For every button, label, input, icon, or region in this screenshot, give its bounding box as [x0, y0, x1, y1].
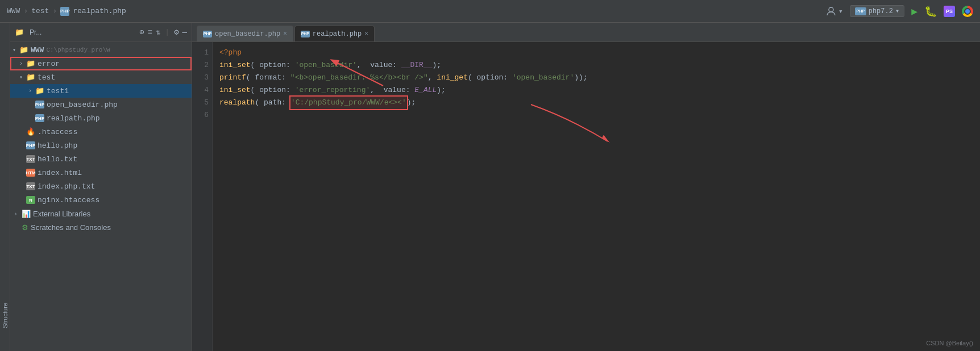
project-toolbar: 📁 Pr... ⊕ ≡ ⇅ | ⚙ — [10, 23, 192, 42]
tab-open-basedir[interactable]: PHP open_basedir.php ✕ [197, 26, 293, 41]
hello-php-label: hello.php [38, 141, 77, 150]
test-folder-icon: 📁 [26, 73, 35, 82]
tree-item-test[interactable]: ▾ 📁 test [10, 70, 192, 84]
sep2: › [52, 7, 57, 15]
index-html-icon: HTM [26, 169, 35, 177]
tree-item-test1[interactable]: › 📁 test1 [10, 84, 192, 98]
tree-item-hello-php[interactable]: PHP hello.php [10, 139, 192, 152]
code-line-5: realpath( path: 'C:/phpStudy_pro/WWW/e<>… [219, 97, 973, 109]
toolbar-sep: | [165, 28, 169, 36]
scratches-label: Scratches and Consoles [31, 223, 111, 232]
code-param-path: path: [264, 97, 290, 109]
tree-item-open-basedir[interactable]: PHP open_basedir.php [10, 98, 192, 111]
www-path: C:\phpstudy_pro\W [46, 47, 110, 53]
tree-item-index-php-txt[interactable]: TXT index.php.txt [10, 179, 192, 193]
breadcrumb-www[interactable]: WWW [7, 7, 20, 15]
tab-open-basedir-icon: PHP [203, 31, 212, 37]
equalizer-icon-btn[interactable]: ≡ [148, 28, 152, 37]
run-button[interactable]: ▶ [911, 5, 917, 18]
test1-chevron: › [28, 88, 35, 94]
code-line-3: printf( format: "<b>open_basedir: %s</b>… [219, 72, 973, 84]
code-str-format-text: open_basedir: %s [308, 72, 379, 84]
project-folder-icon: 📁 [15, 28, 24, 37]
line-num-4: 4 [192, 84, 209, 97]
structure-label[interactable]: Structure [2, 303, 9, 328]
code-param-option2: option: [477, 72, 512, 84]
hello-php-icon: PHP [26, 141, 35, 149]
editor-area: PHP open_basedir.php ✕ PHP realpath.php … [192, 23, 980, 351]
test-label: test [38, 73, 55, 82]
code-op-1: ( [251, 59, 260, 72]
php-file-icon-breadcrumb: PHP [60, 7, 69, 16]
tab-realpath-close[interactable]: ✕ [364, 31, 368, 37]
test-chevron: ▾ [19, 74, 26, 81]
code-str-format-tag2: </b><br /> [379, 72, 423, 84]
title-bar-right: ▾ PHP php7.2 ▾ ▶ 🐛 PS [826, 5, 973, 18]
error-chevron: › [19, 61, 26, 67]
hello-txt-icon: TXT [26, 155, 35, 163]
line-num-2: 2 [192, 59, 209, 72]
php-version-button[interactable]: PHP php7.2 ▾ [850, 5, 904, 17]
tab-open-basedir-close[interactable]: ✕ [283, 31, 287, 37]
editor-content: 1 2 3 4 5 6 <?php ini_set( option: 'open… [192, 42, 980, 351]
ext-libs-chevron: › [15, 211, 22, 217]
www-chevron: ▾ [13, 47, 19, 53]
sep1: › [23, 7, 28, 15]
user-dropdown-icon: ▾ [838, 7, 843, 16]
tree-item-index-html[interactable]: HTM index.html [10, 166, 192, 179]
line-numbers: 1 2 3 4 5 6 [192, 42, 213, 351]
sort-icon-btn[interactable]: ⇅ [156, 27, 160, 37]
line-num-5: 5 [192, 97, 209, 109]
add-icon-btn[interactable]: ⊕ [139, 27, 144, 37]
ext-libs-icon: 📊 [22, 210, 31, 218]
code-str-format-close: " [423, 72, 428, 84]
tree-item-www[interactable]: ▾ 📁 WWW C:\phpstudy_pro\W [10, 43, 192, 57]
scratches-icon: ⚙ [22, 223, 28, 232]
code-op-5: , [428, 72, 437, 84]
code-op-11: ( [255, 97, 264, 109]
php-version-dropdown-icon: ▾ [895, 7, 899, 15]
tab-realpath-label: realpath.php [313, 30, 362, 38]
tree-item-scratches[interactable]: ⚙ Scratches and Consoles [10, 220, 192, 234]
project-panel: 📁 Pr... ⊕ ≡ ⇅ | ⚙ — ▾ 📁 WWW C:\phpstudy_… [10, 23, 192, 351]
project-tree: ▾ 📁 WWW C:\phpstudy_pro\W › 📁 error ▾ 📁 … [10, 42, 192, 351]
realpath-file-icon: PHP [35, 114, 44, 122]
breadcrumb: WWW › test › PHP realpath.php [7, 7, 126, 16]
code-line-1: <?php [219, 47, 973, 59]
www-label: WWW [31, 46, 44, 55]
minimize-icon-btn[interactable]: — [182, 28, 187, 37]
tab-open-basedir-label: open_basedir.php [215, 30, 280, 38]
ext-libs-label: External Libraries [33, 210, 90, 218]
code-param-option1: option: [259, 59, 294, 72]
nginx-icon: N [26, 196, 35, 204]
phpstorm-icon: PS [944, 6, 955, 17]
code-str-error-reporting: 'error_reporting' [295, 84, 371, 97]
code-token-iniset1: ini_set [219, 59, 251, 72]
code-op-2: , [357, 59, 370, 72]
tree-item-nginx-htaccess[interactable]: N nginx.htaccess [10, 193, 192, 207]
code-token-realpath: realpath [219, 97, 255, 109]
tree-item-realpath[interactable]: PHP realpath.php [10, 111, 192, 125]
breadcrumb-test[interactable]: test [31, 7, 49, 15]
code-token-php-open: <?php [219, 47, 242, 59]
breadcrumb-file[interactable]: realpath.php [73, 7, 126, 15]
user-menu-button[interactable]: ▾ [826, 6, 843, 16]
settings-icon-btn[interactable]: ⚙ [174, 27, 178, 37]
htaccess-icon: 🔥 [26, 127, 35, 136]
code-op-8: ( [251, 84, 260, 97]
tree-item-error[interactable]: › 📁 error [10, 57, 192, 70]
tree-item-external-libs[interactable]: › 📊 External Libraries [10, 207, 192, 220]
code-param-format: format: [255, 72, 290, 84]
watermark: CSDN @Beilay() [926, 340, 973, 346]
tree-item-hello-txt[interactable]: TXT hello.txt [10, 152, 192, 166]
tab-realpath[interactable]: PHP realpath.php ✕ [294, 26, 375, 41]
code-str-format-open: " [290, 72, 295, 84]
tree-item-htaccess[interactable]: 🔥 .htaccess [10, 125, 192, 139]
code-area[interactable]: <?php ini_set( option: 'open_basedir', v… [213, 42, 980, 351]
code-op-3: ); [432, 59, 441, 72]
php-version-icon: PHP [855, 7, 866, 15]
debug-button[interactable]: 🐛 [924, 5, 937, 18]
open-basedir-file-icon: PHP [35, 101, 44, 108]
code-token-printf: printf [219, 72, 246, 84]
code-op-6: ( [468, 72, 477, 84]
